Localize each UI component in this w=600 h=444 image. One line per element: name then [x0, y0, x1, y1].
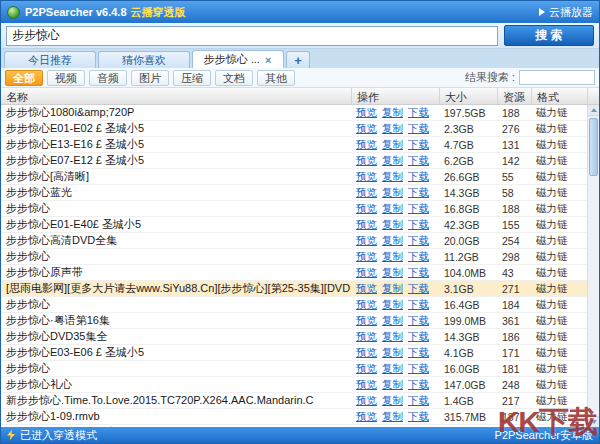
download-link[interactable]: 下载 [408, 202, 429, 216]
copy-link[interactable]: 复制 [382, 154, 403, 168]
filter-button[interactable]: 音频 [89, 70, 127, 86]
download-link[interactable]: 下载 [408, 378, 429, 392]
copy-link[interactable]: 复制 [382, 106, 403, 120]
copy-link[interactable]: 复制 [382, 362, 403, 376]
vertical-scrollbar[interactable] [587, 105, 599, 427]
download-link[interactable]: 下载 [408, 298, 429, 312]
download-link[interactable]: 下载 [408, 154, 429, 168]
preview-link[interactable]: 预览 [356, 282, 377, 296]
download-link[interactable]: 下载 [408, 122, 429, 136]
preview-link[interactable]: 预览 [356, 330, 377, 344]
preview-link[interactable]: 预览 [356, 186, 377, 200]
table-row[interactable]: 步步惊心蓝光 预览 复制 下载 14.3GB 58 磁力链 [1, 185, 587, 201]
header-name[interactable]: 名称 [1, 88, 352, 104]
table-row[interactable]: 步步惊心1080i&amp;720P 预览 复制 下载 197.5GB 188 … [1, 105, 587, 121]
table-row[interactable]: 步步惊心E01-E40£ 圣城小5 预览 复制 下载 42.3GB 155 磁力… [1, 217, 587, 233]
download-link[interactable]: 下载 [408, 282, 429, 296]
preview-link[interactable]: 预览 [356, 170, 377, 184]
preview-link[interactable]: 预览 [356, 266, 377, 280]
copy-link[interactable]: 复制 [382, 170, 403, 184]
search-input[interactable] [6, 26, 498, 46]
preview-link[interactable]: 预览 [356, 378, 377, 392]
table-row[interactable]: 步步惊心 预览 复制 下载 16.8GB 188 磁力链 [1, 201, 587, 217]
tab[interactable]: 步步惊心 ... × [192, 50, 284, 68]
table-row[interactable]: 步步惊心E07-E12 £ 圣城小5 预览 复制 下载 6.2GB 142 磁力… [1, 153, 587, 169]
table-row[interactable]: 步步惊心礼心 预览 复制 下载 147.0GB 248 磁力链 [1, 377, 587, 393]
search-button[interactable]: 搜 索 [504, 25, 594, 46]
table-row[interactable]: [思雨电影网][更多大片请去www.SiYu88.Cn][步步惊心][第25-3… [1, 281, 587, 297]
table-row[interactable]: 新步步惊心.Time.To.Love.2015.TC720P.X264.AAC.… [1, 393, 587, 409]
download-link[interactable]: 下载 [408, 314, 429, 328]
download-link[interactable]: 下载 [408, 186, 429, 200]
preview-link[interactable]: 预览 [356, 410, 377, 424]
table-row[interactable]: 步步惊心E03-E06 £ 圣城小5 预览 复制 下载 4.1GB 171 磁力… [1, 345, 587, 361]
copy-link[interactable]: 复制 [382, 282, 403, 296]
preview-link[interactable]: 预览 [356, 298, 377, 312]
scroll-down-arrow[interactable] [588, 416, 599, 427]
preview-link[interactable]: 预览 [356, 234, 377, 248]
download-link[interactable]: 下载 [408, 218, 429, 232]
copy-link[interactable]: 复制 [382, 122, 403, 136]
download-link[interactable]: 下载 [408, 410, 429, 424]
table-row[interactable]: 步步惊心 预览 复制 下载 16.0GB 181 磁力链 [1, 361, 587, 377]
filter-button[interactable]: 全部 [5, 70, 43, 86]
table-row[interactable]: 步步惊心1-09.rmvb 预览 复制 下载 315.7MB 187 磁力链 [1, 409, 587, 425]
download-link[interactable]: 下载 [408, 250, 429, 264]
table-row[interactable]: 步步惊心原声带 预览 复制 下载 104.0MB 43 磁力链 [1, 265, 587, 281]
preview-link[interactable]: 预览 [356, 314, 377, 328]
preview-link[interactable]: 预览 [356, 122, 377, 136]
filter-button[interactable]: 压缩 [173, 70, 211, 86]
tab-close-icon[interactable]: × [264, 55, 272, 65]
new-tab-button[interactable]: + [286, 51, 310, 68]
preview-link[interactable]: 预览 [356, 346, 377, 360]
table-row[interactable]: 步步惊心 预览 复制 下载 11.2GB 298 磁力链 [1, 249, 587, 265]
download-link[interactable]: 下载 [408, 266, 429, 280]
download-link[interactable]: 下载 [408, 234, 429, 248]
android-version-link[interactable]: P2PSearcher安卓版 [495, 428, 593, 443]
copy-link[interactable]: 复制 [382, 250, 403, 264]
preview-link[interactable]: 预览 [356, 106, 377, 120]
table-row[interactable]: 步步惊心DVD35集全 预览 复制 下载 14.3GB 186 磁力链 [1, 329, 587, 345]
table-row[interactable]: 步步惊心·粤语第16集 预览 复制 下载 199.0MB 361 磁力链 [1, 313, 587, 329]
table-row[interactable]: 步步惊心 预览 复制 下载 16.4GB 184 磁力链 [1, 297, 587, 313]
copy-link[interactable]: 复制 [382, 394, 403, 408]
copy-link[interactable]: 复制 [382, 218, 403, 232]
preview-link[interactable]: 预览 [356, 218, 377, 232]
result-search-input[interactable] [519, 70, 595, 85]
preview-link[interactable]: 预览 [356, 154, 377, 168]
download-link[interactable]: 下载 [408, 330, 429, 344]
copy-link[interactable]: 复制 [382, 234, 403, 248]
preview-link[interactable]: 预览 [356, 250, 377, 264]
download-link[interactable]: 下载 [408, 394, 429, 408]
copy-link[interactable]: 复制 [382, 330, 403, 344]
filter-button[interactable]: 视频 [47, 70, 85, 86]
table-row[interactable]: 步步惊心高清DVD全集 预览 复制 下载 20.0GB 254 磁力链 [1, 233, 587, 249]
table-row[interactable]: 步步惊心E13-E16 £ 圣城小5 预览 复制 下载 4.7GB 131 磁力… [1, 137, 587, 153]
header-format[interactable]: 格式 [532, 88, 588, 104]
table-row[interactable]: 步步惊心E01-E02 £ 圣城小5 预览 复制 下载 2.3GB 276 磁力… [1, 121, 587, 137]
copy-link[interactable]: 复制 [382, 410, 403, 424]
copy-link[interactable]: 复制 [382, 314, 403, 328]
scroll-thumb[interactable] [589, 118, 598, 176]
preview-link[interactable]: 预览 [356, 394, 377, 408]
copy-link[interactable]: 复制 [382, 138, 403, 152]
scroll-up-arrow[interactable] [588, 105, 599, 116]
tab[interactable]: 猜你喜欢 × [98, 51, 190, 68]
filter-button[interactable]: 文档 [215, 70, 253, 86]
download-link[interactable]: 下载 [408, 106, 429, 120]
table-row[interactable]: 步步惊心[高清晰] 预览 复制 下载 26.6GB 55 磁力链 [1, 169, 587, 185]
download-link[interactable]: 下载 [408, 170, 429, 184]
filter-button[interactable]: 其他 [257, 70, 295, 86]
copy-link[interactable]: 复制 [382, 346, 403, 360]
preview-link[interactable]: 预览 [356, 138, 377, 152]
cloud-player-button[interactable]: 云播放器 [539, 5, 593, 20]
copy-link[interactable]: 复制 [382, 378, 403, 392]
header-resources[interactable]: 资源 [498, 88, 532, 104]
copy-link[interactable]: 复制 [382, 266, 403, 280]
copy-link[interactable]: 复制 [382, 202, 403, 216]
copy-link[interactable]: 复制 [382, 298, 403, 312]
download-link[interactable]: 下载 [408, 138, 429, 152]
download-link[interactable]: 下载 [408, 346, 429, 360]
download-link[interactable]: 下载 [408, 362, 429, 376]
tab[interactable]: 今日推荐 × [4, 51, 96, 68]
